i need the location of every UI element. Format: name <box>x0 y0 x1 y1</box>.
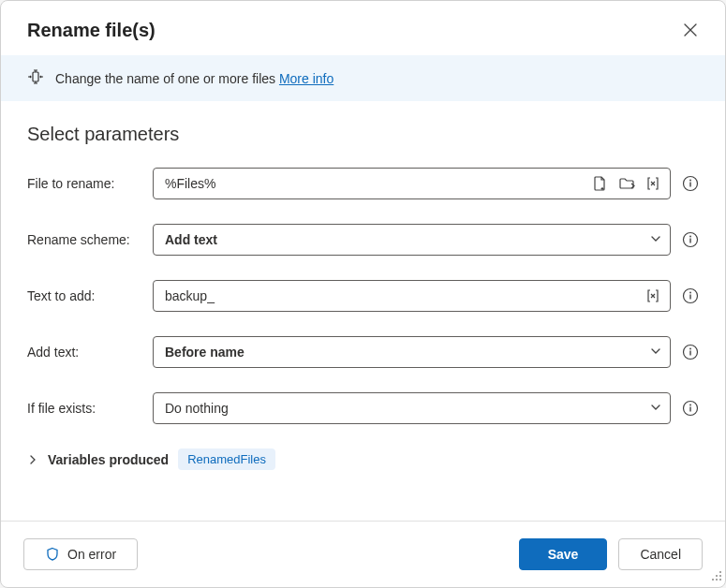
dialog-footer: On error Save Cancel <box>1 521 725 587</box>
svg-point-8 <box>689 292 691 294</box>
label-if-file-exists: If file exists: <box>27 401 145 416</box>
info-icon <box>682 175 699 192</box>
svg-point-16 <box>719 571 721 573</box>
select-rename-scheme[interactable]: Add text <box>153 224 671 256</box>
info-icon <box>682 231 699 248</box>
svg-point-18 <box>719 575 721 577</box>
on-error-button[interactable]: On error <box>23 538 138 570</box>
label-text-to-add: Text to add: <box>27 288 145 303</box>
row-add-text: Add text: Before name <box>27 336 699 368</box>
select-add-text[interactable]: Before name <box>153 336 671 368</box>
info-icon <box>682 344 699 360</box>
row-if-file-exists: If file exists: Do nothing <box>27 392 699 424</box>
file-picker-button[interactable] <box>590 173 611 194</box>
label-rename-scheme: Rename scheme: <box>27 232 145 247</box>
variables-produced-label[interactable]: Variables produced <box>48 452 169 467</box>
help-if-file-exists[interactable] <box>682 400 699 417</box>
dialog-content: Select parameters File to rename: <box>1 101 725 521</box>
variable-icon <box>645 287 661 304</box>
resize-grip[interactable] <box>711 569 722 584</box>
svg-point-20 <box>716 579 718 581</box>
dialog-title: Rename file(s) <box>27 20 156 41</box>
svg-rect-6 <box>689 239 690 243</box>
info-icon <box>682 287 699 304</box>
variable-picker-button-2[interactable] <box>643 286 663 306</box>
file-icon <box>592 175 609 192</box>
save-button[interactable]: Save <box>519 538 608 570</box>
row-text-to-add: Text to add: <box>27 280 699 312</box>
help-text-to-add[interactable] <box>682 287 699 304</box>
variables-produced-row: Variables produced RenamedFiles <box>27 448 699 470</box>
svg-point-11 <box>689 348 691 350</box>
dialog-header: Rename file(s) <box>1 1 725 55</box>
label-add-text: Add text: <box>27 345 145 360</box>
svg-point-14 <box>689 404 691 406</box>
folder-picker-button[interactable] <box>616 173 637 194</box>
rename-action-icon <box>27 68 44 88</box>
close-icon <box>684 23 697 37</box>
svg-point-5 <box>689 236 691 238</box>
section-title: Select parameters <box>27 124 699 145</box>
svg-rect-0 <box>33 72 38 81</box>
shield-icon <box>45 547 60 562</box>
svg-point-17 <box>716 575 718 577</box>
resize-grip-icon <box>711 570 722 581</box>
label-file-to-rename: File to rename: <box>27 176 145 191</box>
variable-chip-renamedfiles[interactable]: RenamedFiles <box>178 448 275 470</box>
close-button[interactable] <box>678 18 703 42</box>
svg-point-21 <box>719 579 721 581</box>
info-text: Change the name of one or more files Mor… <box>55 71 333 86</box>
input-text-to-add[interactable] <box>153 280 671 312</box>
variable-picker-button[interactable] <box>643 173 663 194</box>
select-if-file-exists[interactable]: Do nothing <box>153 392 671 424</box>
help-file-to-rename[interactable] <box>682 175 699 192</box>
help-add-text[interactable] <box>682 344 699 360</box>
help-rename-scheme[interactable] <box>682 231 699 248</box>
svg-point-2 <box>689 180 691 182</box>
svg-rect-3 <box>689 183 690 187</box>
row-rename-scheme: Rename scheme: Add text <box>27 224 699 256</box>
cancel-button[interactable]: Cancel <box>618 538 703 570</box>
more-info-link[interactable]: More info <box>279 71 333 86</box>
svg-rect-9 <box>689 295 690 300</box>
info-bar: Change the name of one or more files Mor… <box>1 55 725 101</box>
folder-icon <box>618 175 635 192</box>
svg-rect-12 <box>689 351 690 356</box>
variables-expand-toggle[interactable] <box>27 454 38 465</box>
chevron-right-icon <box>27 454 38 465</box>
svg-point-19 <box>712 579 714 581</box>
row-file-to-rename: File to rename: <box>27 168 699 199</box>
variable-icon <box>645 175 661 192</box>
info-icon <box>682 400 699 417</box>
svg-rect-15 <box>689 407 690 412</box>
rename-files-dialog: Rename file(s) Change the name of one or… <box>0 0 726 588</box>
